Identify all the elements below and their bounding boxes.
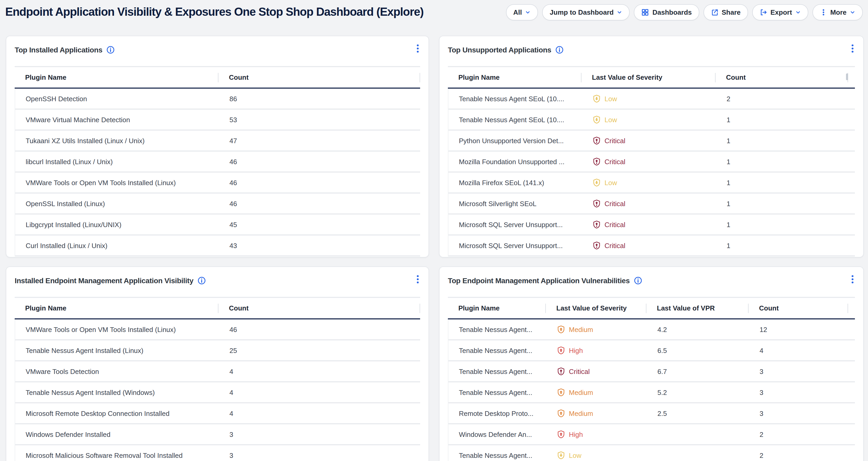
table-row[interactable]: Microsoft Malicious Software Removal Too… [15,445,420,461]
table-body: Tenable Nessus Agent...Medium4.212Tenabl… [448,319,855,461]
dashboard-page: Endpoint Application Visibility & Exposu… [0,0,868,461]
count-cell: 46 [219,200,420,207]
table-row[interactable]: libcurl Installed (Linux / Unix)46 [15,151,420,173]
table-row[interactable]: Windows Defender An...High2 [448,424,855,445]
table-row[interactable]: Tenable Nessus Agent...High6.54 [448,340,855,362]
info-icon[interactable] [197,276,206,285]
table-row[interactable]: Tenable Nessus Agent SEoL (10....Low1 [448,110,855,131]
severity-shield-icon [557,388,565,397]
table-row[interactable]: Windows Defender Installed3 [15,424,420,445]
table-row[interactable]: VMware Virtual Machine Detection53 [15,110,420,131]
table-row[interactable]: Microsoft SQL Server Unsupport...Critica… [448,214,855,235]
table-row[interactable]: Tenable Nessus Agent...Medium4.212 [448,319,855,340]
severity-label: Critical [569,367,590,375]
table-row[interactable]: Remote Desktop Proto...Medium2.53 [448,403,855,424]
plugin-cell: Tenable Nessus Agent SEoL (10.... [448,95,582,103]
table-row[interactable]: OpenSSL Installed (Linux)46 [15,194,420,214]
column-header-count[interactable]: Count [218,298,420,318]
column-header-plugin[interactable]: Plugin Name [448,67,582,88]
severity-label: Low [604,179,617,186]
table-scrollbar-thumb[interactable] [846,74,848,80]
kebab-icon [851,275,854,284]
jump-to-dashboard-button[interactable]: Jump to Dashboard [542,4,630,20]
table-row[interactable]: Microsoft Remote Desktop Connection Inst… [15,403,420,424]
kebab-menu-button[interactable] [415,44,420,55]
all-filter-label: All [514,8,522,16]
panel-title: Installed Endpoint Management Applicatio… [15,276,193,285]
table-row[interactable]: Tukaani XZ Utils Installed (Linux / Unix… [15,131,420,151]
table-row[interactable]: Curl Installed (Linux / Unix)43 [15,235,420,256]
table-row[interactable]: Microsoft Silverlight SEoLCritical1 [448,194,855,214]
plugin-cell: Tenable Nessus Agent... [448,451,546,459]
kebab-icon [416,275,419,284]
column-header-vpr[interactable]: Last Value of VPR [646,298,749,318]
table-row[interactable]: Tenable Nessus Agent Installed (Linux)25 [15,340,420,362]
table-row[interactable]: Tenable Nessus Agent...Critical6.73 [448,362,855,382]
kebab-menu-button[interactable] [415,275,420,286]
page-title: Endpoint Application Visibility & Exposu… [5,5,424,19]
plugin-cell: Libgcrypt Installed (Linux/UNIX) [15,221,219,228]
table-row[interactable]: Mozilla Firefox SEoL (141.x)Low1 [448,173,855,194]
table-header-row: Plugin NameCount [15,66,420,89]
column-header-severity[interactable]: Last Value of Severity [582,67,716,88]
table-row[interactable]: Tenable Nessus Agent SEoL (10....Low2 [448,89,855,110]
severity-label: Critical [604,200,625,207]
table-row[interactable]: VMWare Tools or Open VM Tools Installed … [15,173,420,194]
column-header-plugin[interactable]: Plugin Name [448,298,546,318]
dashboards-button[interactable]: Dashboards [634,4,699,20]
info-icon[interactable] [106,46,115,54]
plugin-cell: VMware Virtual Machine Detection [15,116,219,123]
plugin-cell: Tenable Nessus Agent... [448,367,546,375]
dashboards-grid-icon [642,8,649,16]
column-header-count[interactable]: Count [749,298,848,318]
count-cell: 43 [219,241,420,249]
plugin-cell: Microsoft Silverlight SEoL [448,200,582,207]
column-header-plugin[interactable]: Plugin Name [15,67,218,88]
table-row[interactable]: Libgcrypt Installed (Linux/UNIX)45 [15,214,420,235]
column-header-count[interactable]: Count [716,67,848,88]
plugin-cell: Tenable Nessus Agent Installed (Linux) [15,346,219,354]
kebab-menu-button[interactable] [850,44,855,55]
severity-shield-icon [557,451,565,459]
plugin-cell: Tenable Nessus Agent... [448,325,546,333]
severity-cell: Critical [582,220,716,229]
vpr-cell: 2.5 [647,409,749,417]
table-row[interactable]: Tenable Nessus Agent...Medium5.23 [448,382,855,403]
table-row[interactable]: Tenable Nessus Agent Installed (Windows)… [15,382,420,403]
table-row[interactable]: OpenSSH Detection86 [15,89,420,110]
table-row[interactable]: VMWare Tools or Open VM Tools Installed … [15,319,420,340]
info-icon[interactable] [556,46,564,54]
all-filter-button[interactable]: All [506,4,538,20]
table-row[interactable]: Tenable Nessus Agent...Low2 [448,445,855,461]
installed-endpoint-management-table: Plugin NameCountVMWare Tools or Open VM … [15,297,420,461]
severity-shield-icon [557,325,565,334]
panel-header: Installed Endpoint Management Applicatio… [6,267,429,286]
more-button[interactable]: More [812,4,863,20]
column-header-plugin[interactable]: Plugin Name [15,298,218,318]
count-cell: 86 [219,95,420,103]
vpr-cell: 6.7 [647,367,749,375]
count-cell: 1 [716,116,848,123]
share-button[interactable]: Share [703,4,748,20]
column-header-severity[interactable]: Last Value of Severity [546,298,646,318]
kebab-menu-button[interactable] [850,275,855,286]
chevron-down-icon [850,9,856,15]
column-header-count[interactable]: Count [218,67,420,88]
count-cell: 1 [716,137,848,144]
plugin-cell: Microsoft Remote Desktop Connection Inst… [15,409,219,417]
table-row[interactable]: Python Unsupported Version Det...Critica… [448,131,855,151]
table-row[interactable]: Microsoft SQL Server Unsupport...Critica… [448,235,855,256]
severity-shield-icon [557,409,565,417]
severity-label: Low [604,95,617,103]
table-row[interactable]: VMware Tools Detection4 [15,362,420,382]
info-icon[interactable] [634,276,642,285]
severity-cell: Low [546,451,647,459]
table-row[interactable]: Mozilla Foundation Unsupported ...Critic… [448,151,855,173]
count-cell: 1 [716,221,848,228]
export-button[interactable]: Export [752,4,808,20]
count-cell: 12 [749,325,848,333]
plugin-cell: Tenable Nessus Agent... [448,388,546,396]
count-cell: 45 [219,221,420,228]
count-cell: 46 [219,157,420,166]
panel-header: Top Unsupported Applications [439,36,863,55]
